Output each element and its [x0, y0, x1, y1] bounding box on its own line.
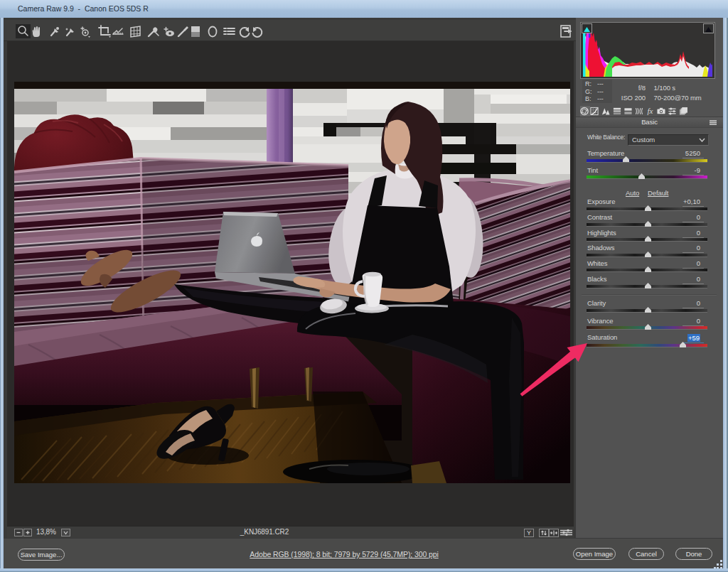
svg-text:fx: fx — [648, 107, 653, 115]
